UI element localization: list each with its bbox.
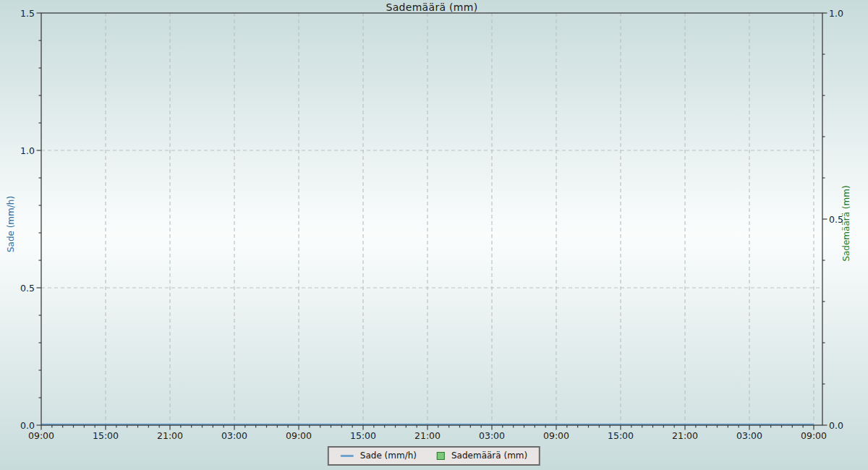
x-axis-tick-label: 15:00 [608, 430, 634, 441]
square-marker-icon [437, 452, 445, 460]
x-axis-tick-label: 09:00 [28, 430, 54, 441]
x-axis-tick-label: 15:00 [350, 430, 376, 441]
x-axis-tick-label: 21:00 [414, 430, 441, 441]
right-axis-tick-label: 1.0 [829, 8, 843, 19]
x-axis-tick-label: 03:00 [479, 430, 505, 441]
x-axis-tick-label: 03:00 [736, 430, 762, 441]
legend-item-rain-amount: Sademäärä (mm) [437, 450, 527, 461]
line-marker-icon [341, 455, 354, 457]
x-axis-tick-label: 15:00 [93, 430, 119, 441]
x-axis-tick-label: 21:00 [157, 430, 183, 441]
x-axis-tick-label: 09:00 [543, 430, 569, 441]
x-axis-tick-label: 09:00 [286, 430, 312, 441]
left-axis-tick-label: 0.5 [20, 283, 35, 294]
x-axis-tick-label: 03:00 [221, 430, 247, 441]
x-axis-tick-label: 21:00 [672, 430, 698, 441]
chart-page: { "title": "Sademäärä (mm)", "colors": {… [0, 0, 868, 470]
x-axis-tick-label: 09:00 [801, 430, 827, 441]
legend-item-label: Sade (mm/h) [360, 450, 417, 461]
plot-frame [41, 13, 822, 425]
right-axis-tick-label: 0.5 [829, 214, 843, 225]
left-axis-tick-label: 1.0 [20, 145, 35, 156]
right-axis-tick-label: 0.0 [829, 420, 843, 431]
precipitation-chart: 0.00.51.01.50.00.51.009:0015:0021:0003:0… [0, 0, 868, 470]
legend-item-label: Sademäärä (mm) [451, 450, 527, 461]
left-axis-tick-label: 1.5 [20, 8, 35, 19]
chart-legend: Sade (mm/h) Sademäärä (mm) [328, 446, 540, 466]
legend-item-rain-rate: Sade (mm/h) [341, 450, 417, 461]
left-axis-tick-label: 0.0 [20, 420, 35, 431]
